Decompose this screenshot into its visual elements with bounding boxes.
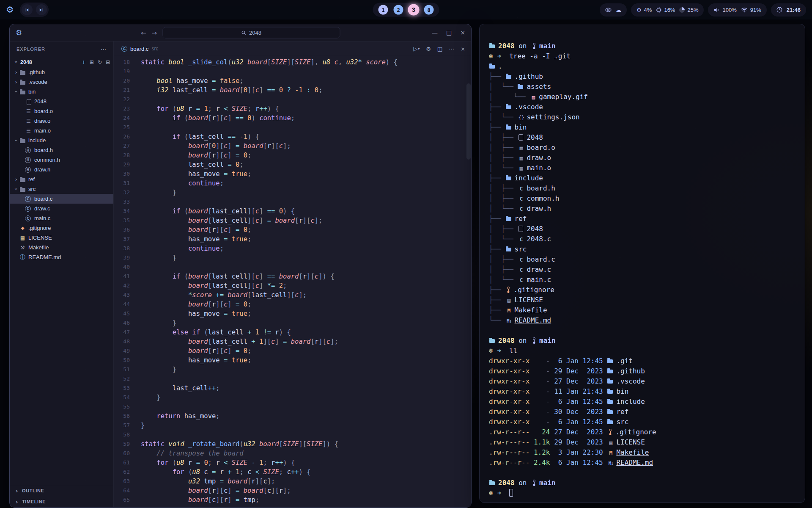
tree-item-bin[interactable]: ›bin xyxy=(10,87,113,97)
chevron-right-icon[interactable]: › xyxy=(13,79,19,85)
media-next-button[interactable] xyxy=(36,4,47,15)
code-line-40[interactable]: 40 xyxy=(114,262,471,272)
tree-item-.vscode[interactable]: ›.vscode xyxy=(10,77,113,87)
new-folder-icon[interactable]: ⊞ xyxy=(90,59,94,65)
code-line-55[interactable]: 55 xyxy=(114,402,471,411)
code-area[interactable]: 18static bool _slide_col(u32 board[SIZE]… xyxy=(114,56,471,507)
chevron-down-icon[interactable]: › xyxy=(13,138,19,144)
tree-item-board.c[interactable]: Cboard.c xyxy=(10,194,113,204)
run-button[interactable]: ▷▾ xyxy=(413,46,420,52)
maximize-button[interactable]: □ xyxy=(446,29,452,36)
chevron-right-icon[interactable]: › xyxy=(13,176,19,182)
tree-item-board.h[interactable]: Hboard.h xyxy=(10,145,113,155)
code-line-34[interactable]: 34 if (board[last_cell][c] == 0) { xyxy=(114,207,471,216)
settings-gear-icon[interactable]: ⚙ xyxy=(426,46,431,52)
clock-widget[interactable]: 21:46 xyxy=(771,3,806,17)
code-line-50[interactable]: 50 has_move = true; xyxy=(114,356,471,365)
code-line-59[interactable]: 59static void _rotate_board(u32 board[SI… xyxy=(114,439,471,449)
history-forward-button[interactable]: → xyxy=(152,29,157,36)
code-line-60[interactable]: 60 // transpose the board xyxy=(114,449,471,458)
wifi-stat[interactable]: 91% xyxy=(741,7,761,13)
code-line-64[interactable]: 64 board[r][c] = board[c][r]; xyxy=(114,486,471,495)
code-line-27[interactable]: 27 board[0][c] = board[r][c]; xyxy=(114,141,471,151)
tree-item-common.h[interactable]: Hcommon.h xyxy=(10,155,113,165)
code-line-62[interactable]: 62 for (u8 c = r + 1; c < SIZE; c++) { xyxy=(114,467,471,477)
code-line-21[interactable]: 21 i32 last_cell = board[0][c] == 0 ? -1… xyxy=(114,86,471,95)
code-line-61[interactable]: 61 for (u8 r = 0; r < SIZE - 1; r++) { xyxy=(114,458,471,467)
code-line-22[interactable]: 22 xyxy=(114,95,471,104)
weather-widget[interactable]: ☁ xyxy=(600,3,627,17)
chevron-down-icon[interactable]: › xyxy=(13,186,19,192)
chevron-right-icon[interactable]: › xyxy=(13,69,19,75)
volume-stat[interactable]: 100% xyxy=(713,7,736,13)
code-line-43[interactable]: 43 *score += board[last_cell][c]; xyxy=(114,290,471,300)
code-line-24[interactable]: 24 if (board[r][c] == 0) continue; xyxy=(114,113,471,123)
command-center-search[interactable]: 2048 xyxy=(162,27,340,39)
tree-item-draw.c[interactable]: Cdraw.c xyxy=(10,204,113,213)
code-line-48[interactable]: 48 board[last_cell + 1][c] = board[r][c]… xyxy=(114,337,471,346)
outline-panel[interactable]: › OUTLINE xyxy=(10,485,113,496)
workspace-1[interactable]: 1 xyxy=(379,5,388,15)
code-line-28[interactable]: 28 board[r][c] = 0; xyxy=(114,151,471,160)
code-line-18[interactable]: 18static bool _slide_col(u32 board[SIZE]… xyxy=(114,58,471,67)
code-line-47[interactable]: 47 else if (last_cell + 1 != r) { xyxy=(114,328,471,337)
code-line-49[interactable]: 49 board[r][c] = 0; xyxy=(114,346,471,356)
workspace-8[interactable]: 8 xyxy=(424,5,434,15)
collapse-all-icon[interactable]: ⊟ xyxy=(106,59,110,65)
terminal-window[interactable]: 2048 on main❄ ➜ tree -a -I .git.├── .git… xyxy=(479,24,805,503)
tree-item-main.o[interactable]: ☰main.o xyxy=(10,126,113,135)
history-back-button[interactable]: ← xyxy=(141,29,146,36)
code-line-58[interactable]: 58 xyxy=(114,430,471,439)
code-line-44[interactable]: 44 board[r][c] = 0; xyxy=(114,300,471,309)
code-line-46[interactable]: 46 } xyxy=(114,318,471,328)
audio-network-widget[interactable]: 100% 91% xyxy=(708,3,766,17)
tree-item-README.md[interactable]: ⓘREADME.md xyxy=(10,252,113,262)
media-prev-button[interactable] xyxy=(22,4,33,15)
code-line-63[interactable]: 63 u32 tmp = board[r][c]; xyxy=(114,477,471,486)
scrollbar-thumb[interactable] xyxy=(466,83,471,160)
code-line-56[interactable]: 56 return has_move; xyxy=(114,411,471,421)
code-line-53[interactable]: 53 last_cell++; xyxy=(114,384,471,393)
close-button[interactable]: × xyxy=(460,29,465,36)
code-line-33[interactable]: 33 xyxy=(114,197,471,207)
code-line-37[interactable]: 37 has_move = true; xyxy=(114,235,471,244)
code-line-29[interactable]: 29 last_cell = 0; xyxy=(114,160,471,169)
code-line-30[interactable]: 30 has_move = true; xyxy=(114,169,471,179)
explorer-more-icon[interactable]: ⋯ xyxy=(101,46,107,52)
code-line-26[interactable]: 26 if (last_cell == -1) { xyxy=(114,132,471,141)
tree-item-.github[interactable]: ›.github xyxy=(10,67,113,77)
code-line-31[interactable]: 31 continue; xyxy=(114,179,471,188)
system-logo-icon[interactable]: ⚙ xyxy=(6,6,14,14)
more-actions-icon[interactable]: ⋯ xyxy=(449,46,454,52)
close-editor-icon[interactable]: × xyxy=(461,46,465,52)
code-line-38[interactable]: 38 continue; xyxy=(114,244,471,253)
timeline-panel[interactable]: › TIMELINE xyxy=(10,496,113,507)
workspace-2[interactable]: 2 xyxy=(394,5,403,15)
tree-item-.gitignore[interactable]: ◆.gitignore xyxy=(10,223,113,233)
code-line-65[interactable]: 65 board[c][r] = tmp; xyxy=(114,495,471,505)
code-line-52[interactable]: 52 xyxy=(114,374,471,384)
refresh-icon[interactable]: ↻ xyxy=(98,59,102,65)
code-line-35[interactable]: 35 board[last_cell][c] = board[r][c]; xyxy=(114,216,471,225)
code-line-39[interactable]: 39 } xyxy=(114,253,471,262)
tree-item-Makefile[interactable]: ⚒Makefile xyxy=(10,243,113,252)
tree-item-include[interactable]: ›include xyxy=(10,135,113,145)
minimize-button[interactable]: — xyxy=(432,29,438,36)
tree-item-draw.h[interactable]: Hdraw.h xyxy=(10,165,113,174)
tree-item-src[interactable]: ›src xyxy=(10,184,113,194)
workspace-3[interactable]: 3 xyxy=(408,4,419,15)
code-line-20[interactable]: 20 bool has_move = false; xyxy=(114,76,471,86)
tree-item-2048[interactable]: 2048 xyxy=(10,97,113,106)
chevron-down-icon[interactable]: › xyxy=(13,89,19,95)
code-line-45[interactable]: 45 has_move = true; xyxy=(114,309,471,318)
code-line-19[interactable]: 19 xyxy=(114,67,471,76)
editor-scrollbar[interactable] xyxy=(466,56,471,507)
tree-item-draw.o[interactable]: ☰draw.o xyxy=(10,116,113,126)
tree-item-board.o[interactable]: ☰board.o xyxy=(10,106,113,116)
code-line-36[interactable]: 36 board[r][c] = 0; xyxy=(114,225,471,235)
tab-board-c[interactable]: C board.c src xyxy=(119,41,161,56)
code-line-32[interactable]: 32 } xyxy=(114,188,471,197)
project-root-row[interactable]: › 2048 + ⊞ ↻ ⊟ xyxy=(10,57,113,67)
code-line-57[interactable]: 57} xyxy=(114,421,471,430)
code-line-51[interactable]: 51 } xyxy=(114,365,471,374)
